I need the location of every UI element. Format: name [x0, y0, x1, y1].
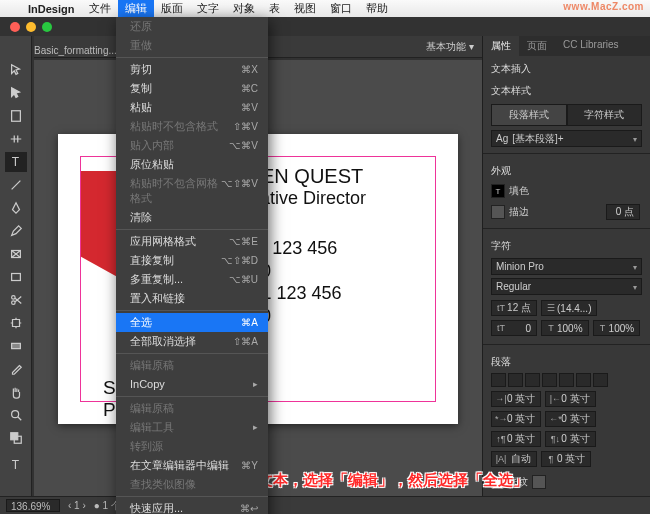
- menu-item[interactable]: 应用网格格式⌥⌘E: [116, 232, 268, 251]
- paragraph-style-select[interactable]: Ag [基本段落]+: [491, 130, 642, 147]
- menu-item[interactable]: 粘贴⌘V: [116, 98, 268, 117]
- indent-right-input[interactable]: |←0 英寸: [545, 391, 595, 407]
- justify-left-button[interactable]: [542, 373, 557, 387]
- menu-item[interactable]: InCopy: [116, 375, 268, 394]
- menu-window[interactable]: 窗口: [323, 0, 359, 17]
- pencil-tool-icon[interactable]: [5, 221, 27, 241]
- menu-item[interactable]: 置入和链接: [116, 289, 268, 308]
- menu-item: 编辑原稿: [116, 356, 268, 375]
- seg-paragraph-style[interactable]: 段落样式: [491, 104, 567, 126]
- seg-character-style[interactable]: 字符样式: [567, 104, 643, 126]
- watermark: www.MacZ.com: [563, 1, 644, 12]
- page-tool-icon[interactable]: [5, 106, 27, 126]
- justify-center-button[interactable]: [559, 373, 574, 387]
- fill-stroke-icon[interactable]: [5, 428, 27, 448]
- rectangle-tool-icon[interactable]: [5, 267, 27, 287]
- vscale-input[interactable]: T100%: [541, 320, 589, 336]
- menu-item[interactable]: 原位粘贴: [116, 155, 268, 174]
- menu-item: 粘贴时不包含网格格式⌥⇧⌘V: [116, 174, 268, 208]
- stroke-label: 描边: [509, 205, 600, 219]
- selection-tool-icon[interactable]: [5, 60, 27, 80]
- align-right-button[interactable]: [525, 373, 540, 387]
- style-segment: 段落样式 字符样式: [491, 104, 642, 126]
- gradient-tool-icon[interactable]: [5, 336, 27, 356]
- menu-object[interactable]: 对象: [226, 0, 262, 17]
- page-nav[interactable]: ‹ 1 ›: [68, 500, 86, 511]
- menu-type[interactable]: 文字: [190, 0, 226, 17]
- justify-all-button[interactable]: [593, 373, 608, 387]
- first-line-indent-input[interactable]: *→0 英寸: [491, 411, 541, 427]
- svg-rect-2: [11, 274, 20, 281]
- auto-leading-select[interactable]: |A|自动: [491, 451, 537, 467]
- zoom-tool-icon[interactable]: [5, 405, 27, 425]
- stroke-weight-input[interactable]: 0 点: [606, 204, 640, 220]
- shading-swatch[interactable]: [532, 475, 546, 489]
- gap-tool-icon[interactable]: [5, 129, 27, 149]
- free-transform-tool-icon[interactable]: [5, 313, 27, 333]
- menu-item[interactable]: 直接复制⌥⇧⌘D: [116, 251, 268, 270]
- status-bar: 136.69% ‹ 1 › ● 1 个错误: [0, 496, 650, 514]
- menu-item: 编辑原稿: [116, 399, 268, 418]
- last-line-indent-input[interactable]: ←*0 英寸: [545, 411, 595, 427]
- menu-help[interactable]: 帮助: [359, 0, 395, 17]
- menu-item[interactable]: 在文章编辑器中编辑⌘Y: [116, 456, 268, 475]
- indent-left-input[interactable]: →|0 英寸: [491, 391, 541, 407]
- menu-edit[interactable]: 编辑: [118, 0, 154, 17]
- menu-item[interactable]: 复制⌘C: [116, 79, 268, 98]
- menu-table[interactable]: 表: [262, 0, 287, 17]
- menu-file[interactable]: 文件: [82, 0, 118, 17]
- workspace-switcher[interactable]: 基本功能 ▾: [426, 40, 474, 54]
- style-swatch-icon: Ag: [496, 133, 508, 144]
- svg-point-4: [11, 301, 15, 305]
- direct-selection-tool-icon[interactable]: [5, 83, 27, 103]
- section-appearance: 外观: [483, 158, 650, 180]
- menu-item[interactable]: 清除: [116, 208, 268, 227]
- hand-tool-icon[interactable]: [5, 382, 27, 402]
- svg-rect-0: [11, 111, 20, 122]
- close-window[interactable]: [10, 22, 20, 32]
- minimize-window[interactable]: [26, 22, 36, 32]
- font-weight-select[interactable]: Regular: [491, 278, 642, 295]
- align-left-button[interactable]: [491, 373, 506, 387]
- pen-tool-icon[interactable]: [5, 198, 27, 218]
- menu-view[interactable]: 视图: [287, 0, 323, 17]
- space-between-input[interactable]: ¶0 英寸: [541, 451, 591, 467]
- tracking-input[interactable]: tT0: [491, 320, 537, 336]
- leading-input[interactable]: ☰(14.4...): [541, 300, 597, 316]
- space-after-input[interactable]: ¶↓0 英寸: [545, 431, 595, 447]
- tab-pages[interactable]: 页面: [519, 36, 555, 56]
- format-text-icon[interactable]: T: [5, 455, 27, 475]
- tab-properties[interactable]: 属性: [483, 36, 519, 56]
- eyedropper-tool-icon[interactable]: [5, 359, 27, 379]
- document-tab[interactable]: Basic_formatting... ×: [34, 40, 129, 60]
- scissors-tool-icon[interactable]: [5, 290, 27, 310]
- tab-cc-libraries[interactable]: CC Libraries: [555, 36, 627, 56]
- align-buttons: [483, 371, 650, 389]
- stroke-swatch[interactable]: [491, 205, 505, 219]
- zoom-level[interactable]: 136.69%: [6, 499, 60, 512]
- menu-item[interactable]: 全部取消选择⇧⌘A: [116, 332, 268, 351]
- zoom-window[interactable]: [42, 22, 52, 32]
- justify-right-button[interactable]: [576, 373, 591, 387]
- fill-swatch[interactable]: T: [491, 184, 505, 198]
- fill-label: 填色: [509, 184, 642, 198]
- line-tool-icon[interactable]: [5, 175, 27, 195]
- menu-item[interactable]: 全选⌘A: [116, 313, 268, 332]
- tools-panel: T T: [0, 36, 32, 496]
- app-name[interactable]: InDesign: [20, 3, 82, 15]
- align-center-button[interactable]: [508, 373, 523, 387]
- menu-item[interactable]: 剪切⌘X: [116, 60, 268, 79]
- hscale-input[interactable]: T100%: [593, 320, 641, 336]
- menu-item: 转到源: [116, 437, 268, 456]
- edit-menu-dropdown: 还原重做剪切⌘X复制⌘C粘贴⌘V粘贴时不包含格式⇧⌘V贴入内部⌥⌘V原位粘贴粘贴…: [116, 17, 268, 514]
- type-tool-icon[interactable]: T: [5, 152, 27, 172]
- menu-item[interactable]: 多重复制...⌥⌘U: [116, 270, 268, 289]
- menu-item[interactable]: 快速应用...⌘↩: [116, 499, 268, 514]
- rectangle-frame-tool-icon[interactable]: [5, 244, 27, 264]
- font-size-input[interactable]: tT12 点: [491, 300, 537, 316]
- section-text-insert: 文本插入: [483, 56, 650, 78]
- window-controls: [10, 22, 52, 32]
- font-family-select[interactable]: Minion Pro: [491, 258, 642, 275]
- space-before-input[interactable]: ↑¶0 英寸: [491, 431, 541, 447]
- menu-layout[interactable]: 版面: [154, 0, 190, 17]
